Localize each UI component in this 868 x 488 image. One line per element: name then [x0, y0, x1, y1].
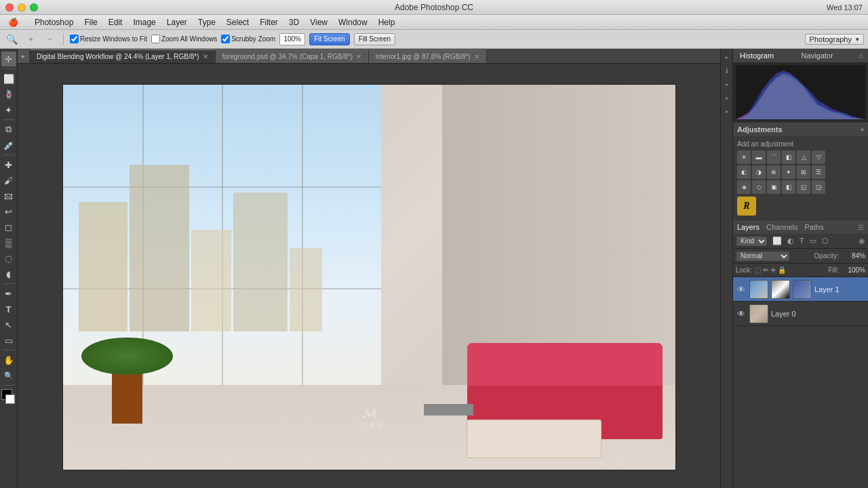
tab-histogram[interactable]: Histogram — [737, 50, 776, 61]
lock-pixels-icon[interactable]: ✏ — [763, 266, 768, 274]
move-tool[interactable]: ✛ — [1, 52, 16, 66]
shape-filter-icon[interactable]: ▭ — [808, 236, 818, 246]
menu-edit[interactable]: Edit — [103, 16, 128, 28]
layer-row-layer0[interactable]: 👁 Layer 0 — [733, 302, 868, 326]
apple-menu[interactable]: 🍎 — [3, 16, 24, 28]
invert-adj-icon[interactable]: ☰ — [812, 165, 825, 179]
type-filter-icon[interactable]: T — [797, 236, 806, 246]
lock-position-icon[interactable]: ✛ — [770, 266, 776, 274]
close-button[interactable] — [5, 3, 14, 12]
fit-screen-button[interactable]: Fit Screen — [309, 33, 350, 45]
collapse-histogram-icon[interactable]: ▸ — [722, 52, 732, 62]
visibility-icon-layer0[interactable]: 👁 — [736, 309, 747, 319]
magic-wand-tool[interactable]: ✦ — [1, 102, 16, 117]
eyedropper-tool[interactable]: 💉 — [1, 138, 16, 152]
healing-tool[interactable]: ✚ — [1, 157, 16, 172]
channelmixer-adj-icon[interactable]: ✦ — [782, 165, 795, 179]
levels-adj-icon[interactable]: ▬ — [752, 150, 766, 164]
tab-channels[interactable]: Channels — [766, 223, 797, 231]
info-icon[interactable]: ℹ — [722, 65, 732, 76]
tab-close-icon3[interactable]: ✕ — [474, 53, 479, 60]
scrubby-zoom-checkbox[interactable]: Scrubby Zoom — [221, 35, 275, 43]
bw-adj-icon[interactable]: ◑ — [752, 165, 766, 179]
layer-kind-select[interactable]: Kind — [736, 236, 768, 247]
tab-interior[interactable]: interior1.jpg @ 87.8% (RGB/8*) ✕ — [369, 49, 487, 63]
path-selection-tool[interactable]: ↖ — [1, 317, 16, 332]
menu-filter[interactable]: Filter — [254, 16, 283, 28]
histogram-collapse-icon[interactable]: ⚠ — [858, 52, 864, 60]
maximize-button[interactable] — [30, 3, 38, 12]
pro-badge[interactable]: R — [737, 197, 756, 216]
brightness-adj-icon[interactable]: ☀ — [737, 150, 751, 164]
layers-options-icon[interactable]: ☰ — [858, 224, 864, 231]
menu-image[interactable]: Image — [127, 16, 161, 28]
zoom-level-input[interactable]: 100% — [279, 33, 305, 45]
history-brush-tool[interactable]: ↩ — [1, 204, 16, 219]
hdr-toning-adj-icon[interactable]: ◲ — [812, 180, 825, 194]
menu-photoshop[interactable]: Photoshop — [29, 16, 79, 28]
menu-select[interactable]: Select — [221, 16, 254, 28]
tab-navigator[interactable]: Navigator — [799, 50, 836, 61]
minimize-button[interactable] — [18, 3, 26, 12]
threshold-adj-icon[interactable]: ◇ — [752, 180, 766, 194]
colorbalance-adj-icon[interactable]: ◐ — [737, 165, 751, 179]
vibrance-adj-icon[interactable]: △ — [797, 150, 810, 164]
adjustments-collapse-icon[interactable]: ▾ — [861, 126, 864, 134]
layers-icon[interactable]: ▸ — [722, 106, 732, 117]
tab-close-icon[interactable]: ✕ — [203, 53, 208, 60]
lock-all-icon[interactable]: 🔒 — [778, 266, 786, 274]
menu-type[interactable]: Type — [193, 16, 221, 28]
menu-file[interactable]: File — [79, 16, 102, 28]
gradient-tool[interactable]: ▒ — [1, 235, 16, 250]
brush-tool[interactable]: 🖌 — [1, 173, 16, 188]
background-color[interactable] — [5, 394, 15, 404]
exposure-adj-icon[interactable]: ◧ — [782, 150, 795, 164]
fill-screen-button[interactable]: Fill Screen — [354, 33, 395, 45]
visibility-icon-layer1[interactable]: 👁 — [736, 285, 747, 294]
adjustment-filter-icon[interactable]: ◐ — [785, 236, 796, 246]
clone-stamp-tool[interactable]: 🖂 — [1, 188, 16, 203]
eraser-tool[interactable]: ◻ — [1, 220, 16, 235]
tab-digital-blending[interactable]: Digital Blending Workflow @ 24.4% (Layer… — [30, 49, 216, 63]
menu-layer[interactable]: Layer — [161, 16, 193, 28]
menu-window[interactable]: Window — [333, 16, 373, 28]
text-tool[interactable]: T — [1, 302, 16, 317]
lasso-tool[interactable]: 🪢 — [1, 87, 16, 102]
tab-paths[interactable]: Paths — [805, 223, 824, 231]
posterize-adj-icon[interactable]: ◈ — [737, 180, 751, 194]
gradient-map-adj-icon[interactable]: ▣ — [767, 180, 781, 194]
layer-row-layer1[interactable]: 👁 Layer 1 — [733, 277, 868, 302]
navigator-toggle-icon[interactable]: ▸ — [722, 79, 732, 89]
zoom-in-icon[interactable]: ＋ — [23, 32, 38, 47]
photofilter-adj-icon[interactable]: ⊕ — [767, 165, 781, 179]
zoom-tool[interactable]: 🔍 — [1, 368, 16, 383]
pixel-filter-icon[interactable]: ⬜ — [770, 236, 784, 246]
zoom-all-checkbox[interactable]: Zoom All Windows — [151, 35, 217, 43]
dodge-tool[interactable]: ◖ — [1, 266, 16, 281]
tab-foreground[interactable]: foreground.psd @ 34.7% (Capa 1, RGB/8*) … — [216, 49, 369, 63]
hue-sat-adj-icon[interactable]: ▽ — [812, 150, 825, 164]
menu-3d[interactable]: 3D — [283, 16, 304, 28]
marquee-tool[interactable]: ⬜ — [1, 71, 16, 86]
resize-windows-checkbox[interactable]: Resize Windows to Fit — [70, 35, 147, 43]
workspace-selector[interactable]: Photography ▾ — [805, 34, 864, 45]
crop-tool[interactable]: ⧉ — [1, 122, 16, 137]
shadow-highlights-adj-icon[interactable]: ◱ — [797, 180, 810, 194]
blend-mode-select[interactable]: Normal — [736, 251, 790, 262]
lock-transparent-icon[interactable]: ⬚ — [755, 266, 761, 274]
shape-tool[interactable]: ▭ — [1, 333, 16, 348]
tab-scroll-left[interactable]: ▸ — [18, 49, 30, 63]
selective-color-adj-icon[interactable]: ◧ — [782, 180, 795, 194]
hand-tool[interactable]: ✋ — [1, 352, 16, 367]
menu-view[interactable]: View — [304, 16, 333, 28]
zoom-tool-icon[interactable]: 🔍 — [4, 32, 19, 47]
curves-adj-icon[interactable]: ⌒ — [767, 150, 781, 164]
filter-toggle-icon[interactable]: ◉ — [859, 237, 865, 245]
tab-close-icon2[interactable]: ✕ — [356, 53, 361, 60]
colorlookup-adj-icon[interactable]: ⊞ — [797, 165, 810, 179]
smartobj-filter-icon[interactable]: ⬡ — [820, 236, 831, 246]
menu-help[interactable]: Help — [373, 16, 401, 28]
tab-layers[interactable]: Layers — [737, 223, 760, 231]
pen-tool[interactable]: ✒ — [1, 286, 16, 301]
adjustments-icon[interactable]: ▸ — [722, 92, 732, 103]
